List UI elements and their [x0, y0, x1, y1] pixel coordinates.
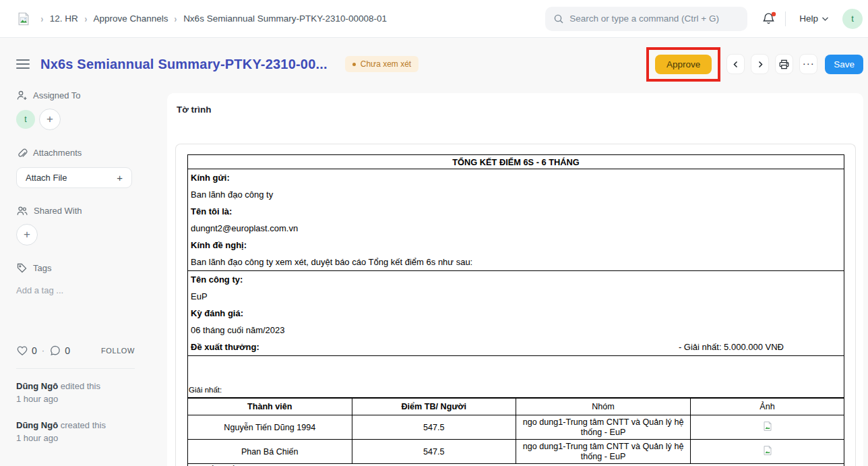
prize-label: Giải nhất:	[189, 386, 222, 394]
activity-action: edited this	[58, 381, 100, 391]
activity-item: Dũng Ngô edited this 1 hour ago	[16, 380, 135, 405]
comments-count: 0	[65, 345, 70, 356]
table-row: Nguyễn Tiến Dũng 1994 547.5 ngo dung1-Tr…	[188, 415, 844, 440]
col-score: Điểm TB/ Người	[352, 399, 516, 415]
main-content-card: Tờ trình TỔNG KẾT ĐIỂM 6S - 6 THÁNG Kính…	[167, 93, 863, 466]
breadcrumb: › 12. HR › Approve Channels › Nx6s Semia…	[40, 13, 387, 24]
breadcrumb-chevron-icon: ›	[175, 13, 177, 24]
paperclip-icon	[16, 147, 28, 158]
period-value: 06 tháng cuối năm/2023	[191, 322, 841, 339]
document-intro-block: Kính gửi: Ban lãnh đạo công ty Tên tôi l…	[188, 169, 844, 270]
help-menu[interactable]: Help	[793, 13, 836, 24]
add-share-button[interactable]: +	[16, 224, 38, 245]
tags-section: Tags	[16, 262, 135, 274]
add-assignment-button[interactable]: +	[39, 109, 61, 130]
previous-document-button[interactable]	[726, 54, 745, 74]
reward-label: Đề xuất thưởng:	[191, 339, 259, 355]
approve-button[interactable]: Approve	[655, 55, 712, 74]
global-search-input[interactable]: Search or type a command (Ctrl + G)	[545, 7, 747, 31]
tag-icon	[16, 262, 28, 274]
sidebar-divider	[16, 368, 135, 369]
company-label: Tên công ty:	[191, 271, 841, 288]
search-placeholder: Search or type a command (Ctrl + G)	[569, 13, 719, 24]
attachments-label: Attachments	[33, 148, 82, 158]
notification-dot	[772, 11, 776, 16]
status-dot	[352, 63, 356, 66]
page-title[interactable]: Nx6s Semiannual Summary-PTKY-2310-00...	[40, 57, 328, 72]
app-logo-broken-image-icon[interactable]	[16, 11, 31, 26]
col-group: Nhóm	[516, 399, 691, 415]
help-label: Help	[799, 13, 818, 24]
request-value: Ban lãnh đạo công ty xem xét, duyệt báo …	[191, 254, 841, 270]
breadcrumb-chevron-icon: ›	[84, 13, 87, 24]
scrollbar-track[interactable]	[863, 90, 868, 466]
activity-user[interactable]: Dũng Ngô	[16, 420, 58, 430]
print-preview-frame: TỔNG KẾT ĐIỂM 6S - 6 THÁNG Kính gửi: Ban…	[175, 144, 856, 466]
greeting-value: Ban lãnh đạo công ty	[191, 186, 841, 203]
search-icon	[553, 13, 564, 24]
attach-file-button[interactable]: Attach File +	[16, 167, 132, 188]
form-section-title: Tờ trình	[177, 105, 212, 115]
add-tag-input[interactable]: Add a tag ...	[16, 285, 135, 295]
comment-bubble-icon[interactable]	[49, 345, 61, 356]
company-value: EuP	[191, 288, 841, 305]
like-heart-icon[interactable]	[16, 345, 28, 356]
next-document-button[interactable]	[751, 54, 769, 74]
assigned-to-label: Assigned To	[33, 90, 81, 100]
breadcrumb-chevron-icon: ›	[40, 13, 43, 24]
status-badge: Chưa xem xét	[345, 56, 418, 72]
greeting-label: Kính gửi:	[191, 169, 841, 186]
attach-file-label: Attach File	[26, 173, 67, 183]
navbar-divider	[785, 11, 786, 26]
notifications-bell-icon[interactable]	[755, 7, 781, 31]
social-row: 0 · 0 FOLLOW	[16, 345, 135, 356]
submission-document: TỔNG KẾT ĐIỂM 6S - 6 THÁNG Kính gửi: Ban…	[187, 154, 844, 466]
print-button[interactable]	[775, 54, 793, 74]
broken-image-icon	[762, 445, 773, 456]
document-title: TỔNG KẾT ĐIỂM 6S - 6 THÁNG	[188, 155, 844, 169]
member-score: 547.5	[352, 440, 516, 464]
activity-log: Dũng Ngô edited this 1 hour ago Dũng Ngô…	[16, 380, 135, 444]
top-navbar: › 12. HR › Approve Channels › Nx6s Semia…	[0, 0, 868, 38]
request-label: Kính đề nghị:	[191, 237, 841, 254]
more-options-button[interactable]: ···	[799, 54, 817, 74]
sender-value: dungnt2@europlast.com.vn	[191, 220, 841, 237]
shared-with-section: Shared With	[16, 205, 135, 216]
save-button[interactable]: Save	[825, 55, 863, 74]
assign-user-icon	[16, 90, 28, 101]
activity-item: Dũng Ngô created this 1 hour ago	[16, 419, 135, 444]
member-name: Phan Bá Chiến	[188, 440, 352, 464]
table-header-row: Thành viên Điểm TB/ Người Nhóm Ảnh	[188, 399, 844, 415]
follow-button[interactable]: FOLLOW	[101, 347, 135, 355]
activity-time: 1 hour ago	[16, 393, 135, 405]
printer-icon	[778, 59, 790, 70]
breadcrumb-item-hr[interactable]: 12. HR	[50, 13, 78, 24]
member-group-line2: thống - EuP	[520, 428, 686, 438]
reward-value: - Giải nhất: 5.000.000 VNĐ	[679, 339, 841, 355]
sender-label: Tên tôi là:	[191, 203, 841, 220]
assigned-avatar[interactable]: t	[16, 110, 35, 129]
assigned-to-section: Assigned To	[16, 90, 135, 101]
member-group-line2: thống - EuP	[520, 452, 686, 462]
activity-action: created this	[58, 420, 106, 430]
dot-separator: ·	[42, 345, 44, 355]
breadcrumb-item-document[interactable]: Nx6s Semiannual Summary-PTKY-2310-00008-…	[183, 13, 387, 24]
broken-image-icon	[762, 421, 773, 432]
document-header: Nx6s Semiannual Summary-PTKY-2310-00... …	[0, 38, 868, 90]
breadcrumb-item-approve-channels[interactable]: Approve Channels	[93, 13, 168, 24]
period-label: Kỳ đánh giá:	[191, 305, 841, 322]
member-name: Nguyễn Tiến Dũng 1994	[188, 415, 352, 440]
tags-label: Tags	[33, 263, 51, 273]
user-avatar[interactable]: t	[842, 9, 863, 29]
shared-users-icon	[16, 205, 28, 216]
members-table-wrap: Thành viên Điểm TB/ Người Nhóm Ảnh Nguyễ…	[188, 397, 844, 464]
document-sidebar: Assigned To t + Attachments Attach File …	[16, 90, 135, 459]
col-photo: Ảnh	[691, 399, 844, 415]
members-table: Thành viên Điểm TB/ Người Nhóm Ảnh Nguyễ…	[187, 398, 844, 464]
likes-count: 0	[32, 345, 37, 356]
activity-user[interactable]: Dũng Ngô	[16, 381, 58, 391]
activity-time: 1 hour ago	[16, 432, 135, 444]
document-info-block: Tên công ty: EuP Kỳ đánh giá: 06 tháng c…	[188, 270, 844, 355]
sidebar-toggle-icon[interactable]	[16, 59, 30, 69]
plus-icon: +	[117, 172, 123, 183]
